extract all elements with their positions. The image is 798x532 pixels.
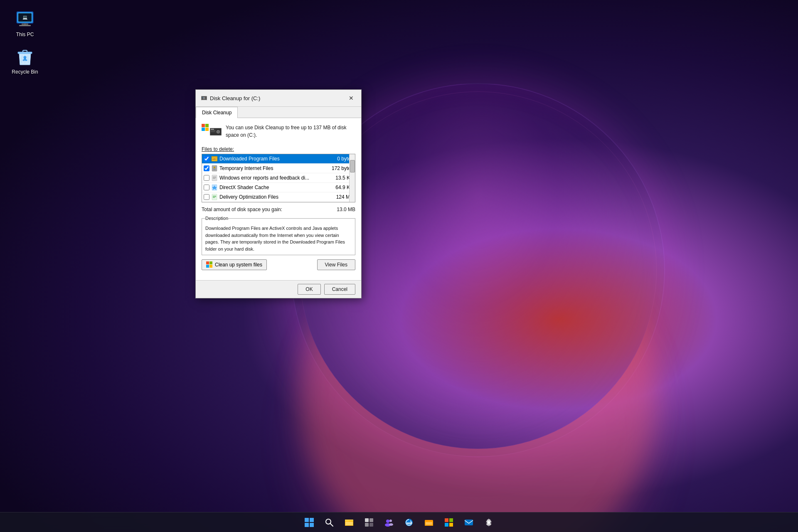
file-item-0[interactable]: ABC Downloaded Program Files 0 bytes <box>202 154 355 164</box>
dialog-bottom-buttons: OK Cancel <box>196 280 361 298</box>
recycle-bin-icon <box>15 47 35 67</box>
scroll-thumb[interactable] <box>350 160 355 172</box>
dialog-title-text: Disk Cleanup for (C:) <box>210 95 260 101</box>
tab-disk-cleanup[interactable]: Disk Cleanup <box>196 107 238 118</box>
cleanup-system-files-button[interactable]: Clean up system files <box>202 259 267 270</box>
svg-rect-26 <box>211 129 214 130</box>
svg-rect-42 <box>213 177 216 177</box>
svg-rect-84 <box>465 520 473 525</box>
taskbar-teams-button[interactable] <box>380 513 398 532</box>
svg-point-69 <box>386 520 389 523</box>
svg-rect-53 <box>206 265 209 268</box>
taskbar-explorer-button[interactable] <box>420 513 438 532</box>
windows-logo-icon <box>304 517 314 527</box>
mail-icon <box>464 518 473 527</box>
file-item-3[interactable]: DirectX Shader Cache 64.9 KB <box>202 183 355 192</box>
desktop-icon-this-pc[interactable]: 💻 This PC <box>8 8 42 39</box>
search-icon <box>325 518 334 527</box>
svg-rect-44 <box>213 178 215 179</box>
desktop-icon-recycle-bin[interactable]: Recycle Bin <box>8 46 42 76</box>
file-checkbox-4[interactable] <box>204 194 209 200</box>
svg-rect-4 <box>19 25 31 26</box>
svg-rect-9 <box>23 50 27 52</box>
svg-text:ABC: ABC <box>212 158 217 160</box>
taskbar-task-view-button[interactable] <box>360 513 378 532</box>
svg-point-38 <box>214 167 215 168</box>
file-item-4[interactable]: Delivery Optimization Files 124 MB <box>202 192 355 202</box>
file-icon-3 <box>211 184 218 191</box>
svg-rect-29 <box>211 132 217 132</box>
svg-rect-48 <box>213 196 216 196</box>
this-pc-label: This PC <box>16 32 34 37</box>
file-checkbox-0[interactable] <box>204 156 209 162</box>
dialog-titlebar: Disk Cleanup for (C:) ✕ <box>196 90 361 107</box>
svg-rect-52 <box>209 261 212 264</box>
files-scrollbar[interactable] <box>349 154 355 202</box>
file-name-3: DirectX Shader Cache <box>219 185 327 190</box>
ok-button[interactable]: OK <box>298 284 320 295</box>
dialog-titlebar-left: Disk Cleanup for (C:) <box>201 95 260 101</box>
file-checkbox-1[interactable] <box>204 165 209 171</box>
svg-rect-77 <box>426 522 432 525</box>
taskbar-store-button[interactable] <box>440 513 458 532</box>
svg-rect-82 <box>445 523 448 527</box>
svg-point-16 <box>204 98 205 99</box>
dialog-title-icon <box>201 95 207 101</box>
taskbar-edge-button[interactable] <box>400 513 418 532</box>
svg-point-72 <box>389 523 393 526</box>
cancel-button[interactable]: Cancel <box>324 284 355 295</box>
action-buttons-row: Clean up system files View Files <box>202 259 355 270</box>
file-item-1[interactable]: Temporary Internet Files 172 bytes <box>202 164 355 173</box>
total-space-value: 13.0 MB <box>337 207 355 212</box>
file-name-2: Windows error reports and feedback di... <box>219 175 327 181</box>
svg-line-60 <box>330 523 333 526</box>
description-group: Description Downloaded Program Files are… <box>202 216 355 255</box>
taskbar-start-button[interactable] <box>300 513 318 532</box>
svg-rect-51 <box>206 261 209 264</box>
svg-rect-67 <box>365 523 369 527</box>
store-icon <box>444 518 453 527</box>
file-icon-4 <box>211 194 218 200</box>
taskbar-search-button[interactable] <box>320 513 338 532</box>
file-checkbox-3[interactable] <box>204 185 209 190</box>
svg-rect-65 <box>365 518 369 522</box>
cancel-label: Cancel <box>332 286 347 292</box>
svg-rect-50 <box>213 197 215 198</box>
svg-rect-63 <box>345 520 349 521</box>
taskbar-mail-button[interactable] <box>460 513 478 532</box>
settings-icon <box>484 518 493 527</box>
this-pc-icon: 💻 <box>15 10 35 30</box>
file-name-1: Temporary Internet Files <box>219 165 327 171</box>
file-icon-2 <box>211 175 218 181</box>
recycle-bin-label: Recycle Bin <box>12 69 38 75</box>
ok-label: OK <box>305 286 313 292</box>
svg-rect-20 <box>202 124 205 127</box>
svg-point-70 <box>389 520 392 522</box>
svg-rect-80 <box>445 518 448 522</box>
svg-rect-27 <box>211 130 216 131</box>
view-files-button[interactable]: View Files <box>317 259 355 270</box>
explorer-icon <box>424 518 433 527</box>
svg-rect-83 <box>449 523 453 527</box>
total-space-row: Total amount of disk space you gain: 13.… <box>202 207 355 212</box>
svg-rect-28 <box>211 131 215 131</box>
cleanup-header-icon <box>202 124 222 141</box>
file-name-0: Downloaded Program Files <box>219 156 327 162</box>
files-section-label: Files to delete: <box>202 146 355 152</box>
taskbar-settings-button[interactable] <box>480 513 498 532</box>
disk-cleanup-dialog: Disk Cleanup for (C:) ✕ Disk Cleanup <box>195 89 362 298</box>
svg-rect-58 <box>310 523 314 527</box>
total-space-label: Total amount of disk space you gain: <box>202 207 282 212</box>
file-item-2[interactable]: Windows error reports and feedback di...… <box>202 173 355 183</box>
svg-rect-35 <box>212 156 217 158</box>
dialog-body: You can use Disk Cleanup to free up to 1… <box>196 118 361 280</box>
description-legend: Description <box>205 216 228 221</box>
svg-rect-21 <box>205 124 209 127</box>
file-checkbox-2[interactable] <box>204 175 209 181</box>
dialog-close-button[interactable]: ✕ <box>346 93 356 103</box>
taskbar-file-explorer-button[interactable] <box>340 513 358 532</box>
task-view-icon <box>365 518 374 527</box>
svg-rect-22 <box>202 128 205 131</box>
dialog-tab-bar: Disk Cleanup <box>196 107 361 118</box>
cleanup-header: You can use Disk Cleanup to free up to 1… <box>202 124 355 141</box>
